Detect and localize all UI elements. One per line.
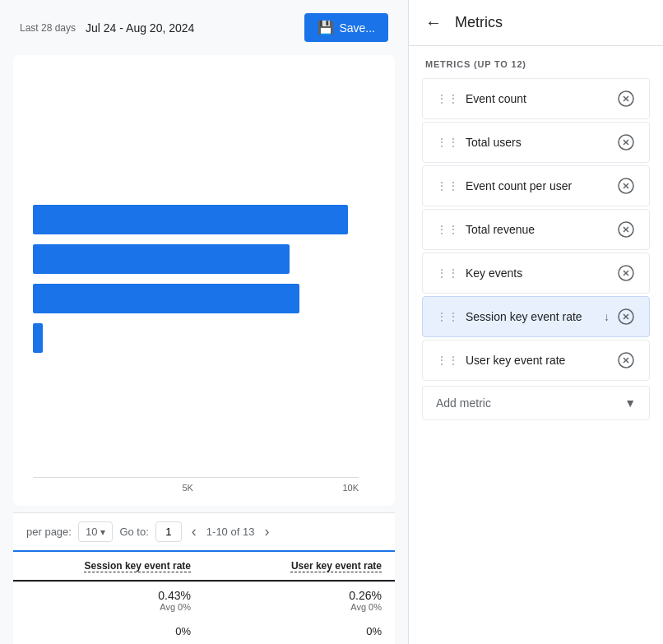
drag-handle-total-users: ⋮⋮ <box>436 136 459 149</box>
metric-name-total-users: Total users <box>466 136 610 149</box>
summary-col1-main: 0.43% <box>26 589 191 602</box>
circle-x-icon <box>618 178 634 194</box>
remove-metric-total-users[interactable] <box>616 132 636 152</box>
date-label: Last 28 days <box>20 22 76 34</box>
metric-item-session-key-event-rate[interactable]: ⋮⋮ Session key event rate ↓ <box>422 296 650 337</box>
per-page-value: 10 <box>86 526 97 538</box>
header-bar: Last 28 days Jul 24 - Aug 20, 2024 💾 Sav… <box>0 0 408 55</box>
bar-2 <box>33 244 290 274</box>
remove-metric-key-events[interactable] <box>616 263 636 283</box>
goto-label: Go to: <box>119 526 148 538</box>
save-icon: 💾 <box>318 20 334 35</box>
chart-grid: 5K 10K <box>33 75 375 493</box>
summary-col1-avg: Avg 0% <box>26 602 191 612</box>
data-row1-col2: 0% <box>204 619 395 644</box>
circle-x-icon <box>618 134 634 151</box>
chevron-down-icon: ▼ <box>624 396 636 410</box>
circle-x-icon <box>618 265 634 281</box>
add-metric-row[interactable]: Add metric ▼ <box>422 386 650 420</box>
save-button[interactable]: 💾 Save... <box>304 13 388 42</box>
data-row1-col1: 0% <box>13 619 204 644</box>
metric-item-total-revenue[interactable]: ⋮⋮ Total revenue <box>422 209 650 250</box>
summary-col1: 0.43% Avg 0% <box>13 582 204 619</box>
goto-input[interactable] <box>155 521 182 542</box>
metric-name-session-key-event-rate: Session key event rate <box>466 310 597 323</box>
drag-handle-session-key-event-rate: ⋮⋮ <box>436 310 459 323</box>
date-range: Jul 24 - Aug 20, 2024 <box>86 21 194 35</box>
circle-x-icon <box>618 90 634 107</box>
remove-metric-event-count[interactable] <box>616 89 636 109</box>
save-button-label: Save... <box>339 21 375 35</box>
left-panel: Last 28 days Jul 24 - Aug 20, 2024 💾 Sav… <box>0 0 408 644</box>
metrics-list: ⋮⋮ Event count ⋮⋮ Total users ⋮⋮ Event c… <box>409 76 663 383</box>
drag-handle-user-key-event-rate: ⋮⋮ <box>436 354 459 367</box>
add-metric-text: Add metric <box>436 396 618 410</box>
drag-handle-key-events: ⋮⋮ <box>436 266 459 280</box>
table-footer: Session key event rate User key event ra… <box>13 550 395 644</box>
bar-1 <box>33 205 348 234</box>
per-page-label: per page: <box>26 526 72 538</box>
sort-icon-session-key-event-rate: ↓ <box>604 310 610 323</box>
remove-metric-event-count-per-user[interactable] <box>616 176 636 196</box>
bar-4 <box>33 323 43 353</box>
col2-header: User key event rate <box>204 552 395 581</box>
bar-row <box>33 244 375 274</box>
metric-item-event-count-per-user[interactable]: ⋮⋮ Event count per user <box>422 165 650 206</box>
back-arrow-icon: ← <box>425 13 442 32</box>
drag-handle-total-revenue: ⋮⋮ <box>436 223 459 236</box>
circle-x-icon <box>618 352 634 368</box>
data-row-1: 0% 0% <box>13 619 395 644</box>
bar-row <box>33 205 375 234</box>
metric-name-event-count: Event count <box>466 92 610 105</box>
sidebar-header: ← Metrics <box>409 0 663 46</box>
sidebar-title: Metrics <box>455 14 503 31</box>
x-label-10k: 10K <box>342 483 359 493</box>
summary-col2-main: 0.26% <box>217 589 382 602</box>
pagination-bar: per page: 10 ▾ Go to: ‹ 1-10 of 13 › <box>13 512 395 550</box>
metric-item-total-users[interactable]: ⋮⋮ Total users <box>422 122 650 163</box>
circle-x-icon <box>618 308 634 325</box>
per-page-chevron-icon: ▾ <box>100 526 105 538</box>
metrics-sidebar: ← Metrics METRICS (UP TO 12) ⋮⋮ Event co… <box>408 0 663 644</box>
metric-item-user-key-event-rate[interactable]: ⋮⋮ User key event rate <box>422 340 650 381</box>
chart-area: 5K 10K <box>13 55 395 506</box>
metric-name-event-count-per-user: Event count per user <box>466 179 610 192</box>
metric-name-user-key-event-rate: User key event rate <box>466 354 610 367</box>
col1-header: Session key event rate <box>13 552 204 581</box>
col1-header-text: Session key event rate <box>85 560 191 572</box>
circle-x-icon <box>618 221 634 238</box>
bar-row <box>33 284 375 313</box>
per-page-select[interactable]: 10 ▾ <box>78 521 113 542</box>
col2-header-text: User key event rate <box>291 560 382 572</box>
remove-metric-user-key-event-rate[interactable] <box>616 350 636 370</box>
remove-metric-total-revenue[interactable] <box>616 220 636 239</box>
drag-handle-event-count-per-user: ⋮⋮ <box>436 179 459 192</box>
page-range: 1-10 of 13 <box>206 526 255 538</box>
metric-item-event-count[interactable]: ⋮⋮ Event count <box>422 78 650 119</box>
prev-page-button[interactable]: ‹ <box>188 520 200 544</box>
drag-handle-event-count: ⋮⋮ <box>436 92 459 105</box>
x-axis-wrapper: 5K 10K <box>33 477 375 493</box>
back-button[interactable]: ← <box>425 13 442 32</box>
table-header-row: Session key event rate User key event ra… <box>13 550 395 582</box>
summary-row: 0.43% Avg 0% 0.26% Avg 0% <box>13 582 395 619</box>
metric-name-key-events: Key events <box>466 266 610 280</box>
bar-row <box>33 323 375 353</box>
metric-item-key-events[interactable]: ⋮⋮ Key events <box>422 253 650 294</box>
metric-name-total-revenue: Total revenue <box>466 223 610 236</box>
bar-3 <box>33 284 299 313</box>
metrics-section-label: METRICS (UP TO 12) <box>409 46 663 76</box>
summary-col2: 0.26% Avg 0% <box>204 582 395 619</box>
bars-container <box>33 75 375 474</box>
next-page-button[interactable]: › <box>261 520 272 544</box>
x-label-5k: 5K <box>182 483 192 493</box>
remove-metric-session-key-event-rate[interactable] <box>616 307 636 327</box>
summary-col2-avg: Avg 0% <box>217 602 382 612</box>
